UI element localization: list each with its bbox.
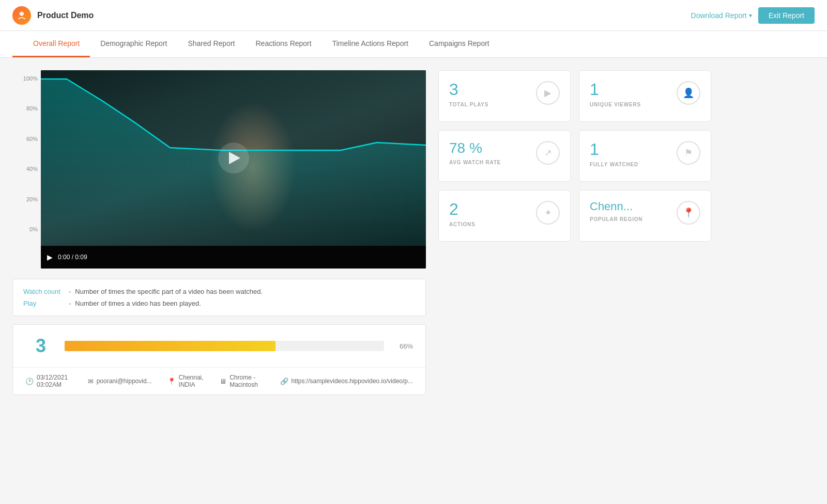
svg-point-0 bbox=[20, 11, 24, 15]
stat-value-total-plays: 3 bbox=[449, 81, 488, 98]
video-controls: ▶ 0:00 / 0:09 bbox=[41, 246, 426, 269]
y-axis-label: 60% bbox=[12, 136, 38, 142]
y-axis-label: 80% bbox=[12, 105, 38, 112]
data-card-count: 3 bbox=[25, 335, 56, 357]
legend-item: Play - Number of times a video has been … bbox=[23, 300, 415, 307]
location-text: Chennai, INDIA bbox=[179, 374, 205, 388]
report-tabs: Overall ReportDemographic ReportShared R… bbox=[0, 31, 827, 58]
download-report-button[interactable]: Download Report bbox=[691, 11, 752, 20]
video-play-center-button[interactable] bbox=[218, 143, 249, 174]
y-axis-label: 100% bbox=[12, 75, 38, 82]
meta-url: 🔗 https://samplevideos.hippovideo.io/vid… bbox=[280, 377, 413, 385]
cursor-icon: ✦ bbox=[536, 201, 560, 225]
data-card-bar-track bbox=[65, 341, 384, 351]
stat-info-total-plays: 3 TOTAL PLAYS bbox=[449, 81, 488, 107]
location-icon: 📍 bbox=[677, 201, 700, 225]
stat-label-popular-region: POPULAR REGION bbox=[590, 216, 642, 222]
header-actions: Download Report Exit Report bbox=[691, 7, 815, 24]
meta-email: ✉ poorani@hippovid... bbox=[88, 377, 152, 385]
stat-value-avg-watch-rate: 78 % bbox=[449, 141, 501, 155]
stat-label-avg-watch-rate: AVG WATCH RATE bbox=[449, 160, 501, 165]
stat-info-actions: 2 ACTIONS bbox=[449, 201, 476, 227]
chart-y-axis: 100%80%60%40%20%0% bbox=[12, 70, 41, 238]
stat-label-fully-watched: FULLY WATCHED bbox=[590, 162, 638, 167]
legend-item: Watch count - Number of times the specif… bbox=[23, 288, 415, 295]
tab-reactions[interactable]: Reactions Report bbox=[246, 31, 322, 57]
email-icon: ✉ bbox=[88, 377, 94, 385]
browser-text: Chrome - Macintosh bbox=[229, 374, 264, 388]
location-icon: 📍 bbox=[167, 377, 176, 385]
legend-box: Watch count - Number of times the specif… bbox=[12, 279, 426, 316]
tab-overall[interactable]: Overall Report bbox=[12, 31, 90, 57]
timestamp-icon: 🕐 bbox=[25, 377, 34, 385]
exit-report-button[interactable]: Exit Report bbox=[758, 7, 815, 24]
legend-dash: - bbox=[69, 288, 71, 295]
data-card: 3 66% 🕐 03/12/2021 03:02AM ✉ poorani@hip… bbox=[12, 324, 426, 395]
stat-label-actions: ACTIONS bbox=[449, 222, 476, 227]
meta-location: 📍 Chennai, INDIA bbox=[167, 374, 205, 388]
legend-dash: - bbox=[69, 300, 71, 307]
stat-card-avg-watch-rate: 78 % AVG WATCH RATE ↗ bbox=[438, 130, 571, 182]
timestamp-text: 03/12/2021 03:02AM bbox=[37, 374, 72, 388]
stat-value-fully-watched: 1 bbox=[590, 141, 638, 158]
legend-label: Play bbox=[23, 300, 65, 307]
meta-timestamp: 🕐 03/12/2021 03:02AM bbox=[25, 374, 72, 388]
app-logo bbox=[12, 6, 31, 25]
legend-label: Watch count bbox=[23, 288, 65, 295]
tab-demographic[interactable]: Demographic Report bbox=[90, 31, 177, 57]
video-chart-wrapper: 100%80%60%40%20%0% bbox=[12, 70, 426, 269]
stat-card-actions: 2 ACTIONS ✦ bbox=[438, 190, 571, 242]
email-text: poorani@hippovid... bbox=[97, 377, 152, 385]
legend-desc: Number of times the specific part of a v… bbox=[75, 288, 263, 295]
video-container[interactable]: ▶ 0:00 / 0:09 bbox=[41, 70, 426, 269]
stat-label-total-plays: TOTAL PLAYS bbox=[449, 102, 488, 107]
stat-value-unique-viewers: 1 bbox=[590, 81, 641, 98]
browser-icon: 🖥 bbox=[220, 377, 226, 385]
video-time: 0:00 / 0:09 bbox=[58, 254, 87, 261]
data-card-pct: 66% bbox=[392, 342, 413, 350]
person-icon: 👤 bbox=[677, 81, 700, 105]
header: Product Demo Download Report Exit Report bbox=[0, 0, 827, 31]
trend-icon: ↗ bbox=[536, 141, 560, 165]
y-axis-label: 20% bbox=[12, 196, 38, 202]
stat-card-unique-viewers: 1 UNIQUE VIEWERS 👤 bbox=[579, 70, 711, 122]
left-panel: 100%80%60%40%20%0% bbox=[12, 70, 426, 395]
stat-card-fully-watched: 1 FULLY WATCHED ⚑ bbox=[579, 130, 711, 182]
data-card-row: 3 66% bbox=[13, 325, 425, 367]
tab-shared[interactable]: Shared Report bbox=[177, 31, 245, 57]
stat-label-unique-viewers: UNIQUE VIEWERS bbox=[590, 102, 641, 107]
stats-grid: 3 TOTAL PLAYS ▶ 1 UNIQUE VIEWERS 👤 78 % … bbox=[438, 70, 711, 395]
tab-timeline[interactable]: Timeline Actions Report bbox=[322, 31, 419, 57]
stat-info-unique-viewers: 1 UNIQUE VIEWERS bbox=[590, 81, 641, 107]
y-axis-label: 0% bbox=[12, 226, 38, 232]
app-title: Product Demo bbox=[37, 11, 691, 20]
stat-info-popular-region: Chenn... POPULAR REGION bbox=[590, 201, 642, 222]
stat-card-popular-region: Chenn... POPULAR REGION 📍 bbox=[579, 190, 711, 242]
data-card-meta: 🕐 03/12/2021 03:02AM ✉ poorani@hippovid.… bbox=[13, 368, 425, 395]
tab-campaigns[interactable]: Campaigns Report bbox=[419, 31, 500, 57]
stat-info-fully-watched: 1 FULLY WATCHED bbox=[590, 141, 638, 167]
video-frame bbox=[41, 70, 426, 246]
stat-value-popular-region: Chenn... bbox=[590, 201, 642, 212]
data-card-bar-wrapper bbox=[65, 341, 384, 351]
video-play-button[interactable]: ▶ bbox=[47, 253, 53, 261]
main-content: 100%80%60%40%20%0% bbox=[0, 58, 724, 407]
meta-browser: 🖥 Chrome - Macintosh bbox=[220, 374, 264, 388]
stat-info-avg-watch-rate: 78 % AVG WATCH RATE bbox=[449, 141, 501, 165]
url-icon: 🔗 bbox=[280, 377, 288, 385]
data-card-bar-fill bbox=[65, 341, 275, 351]
legend-desc: Number of times a video has been played. bbox=[75, 300, 201, 307]
stat-card-total-plays: 3 TOTAL PLAYS ▶ bbox=[438, 70, 571, 122]
play-icon: ▶ bbox=[536, 81, 560, 105]
url-text: https://samplevideos.hippovideo.io/video… bbox=[292, 377, 413, 385]
stat-value-actions: 2 bbox=[449, 201, 476, 217]
flag-icon: ⚑ bbox=[677, 141, 700, 165]
y-axis-label: 40% bbox=[12, 166, 38, 172]
